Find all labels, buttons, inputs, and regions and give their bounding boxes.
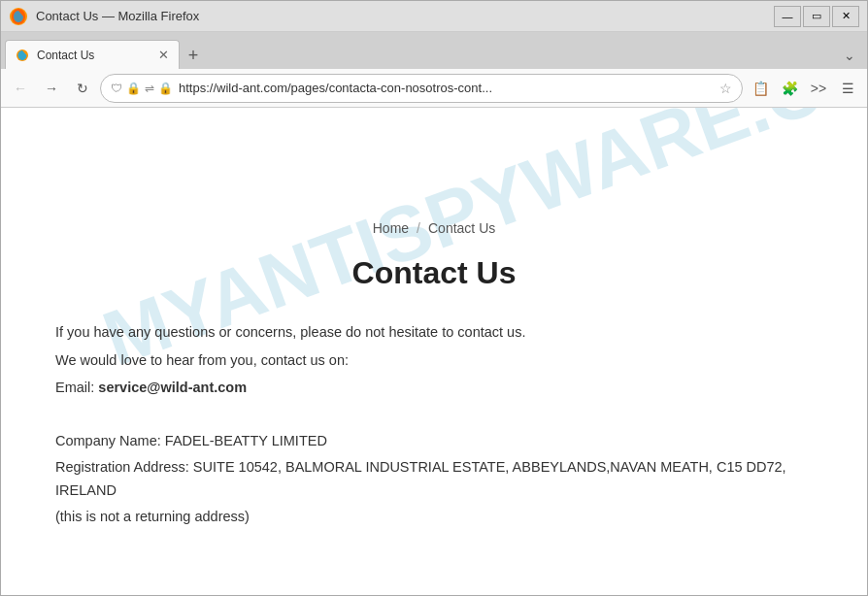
navigation-bar: ← → ↻ 🛡 🔒 ⇌ 🔒 ☆ 📋 🧩 >> ☰ [1, 69, 867, 108]
verified-icon: 🔒 [158, 82, 173, 95]
page-title: Contact Us [55, 255, 813, 291]
back-button[interactable]: ← [7, 75, 34, 102]
pocket-button[interactable]: 📋 [747, 75, 774, 102]
registration-address: Registration Address: SUITE 10542, BALMO… [55, 455, 813, 503]
email-label: Email: [55, 380, 98, 395]
extensions-button[interactable]: 🧩 [776, 75, 803, 102]
email-line: Email: service@wild-ant.com [55, 376, 813, 400]
breadcrumb: Home / Contact Us [55, 220, 813, 236]
shield-icon: 🛡 [111, 82, 122, 95]
title-bar: Contact Us — Mozilla Firefox — ▭ ✕ [1, 1, 867, 32]
menu-button[interactable]: ☰ [834, 75, 861, 102]
address-bar-security-icons: 🛡 🔒 ⇌ 🔒 [111, 82, 173, 95]
firefox-logo-icon [9, 7, 28, 26]
url-input[interactable] [179, 81, 714, 95]
company-info: Company Name: FADEL-BEATTY LIMITED Regis… [55, 429, 813, 529]
minimize-button[interactable]: — [774, 6, 801, 27]
nav-right-controls: 📋 🧩 >> ☰ [747, 75, 861, 102]
company-name: Company Name: FADEL-BEATTY LIMITED [55, 429, 813, 453]
new-tab-button[interactable]: + [180, 42, 207, 69]
intro-line2: We would love to hear from you, contact … [55, 348, 813, 373]
contact-body: If you have any questions or concerns, p… [55, 320, 813, 400]
window-controls: — ▭ ✕ [774, 6, 859, 27]
return-address-note: (this is not a returning address) [55, 505, 813, 529]
close-button[interactable]: ✕ [832, 6, 859, 27]
intro-line1: If you have any questions or concerns, p… [55, 320, 813, 345]
breadcrumb-separator: / [417, 220, 420, 236]
reload-button[interactable]: ↻ [69, 75, 96, 102]
maximize-button[interactable]: ▭ [803, 6, 830, 27]
tab-bar: Contact Us ✕ + ⌄ [1, 32, 867, 69]
email-address: service@wild-ant.com [98, 380, 247, 395]
address-bar[interactable]: 🛡 🔒 ⇌ 🔒 ☆ [100, 74, 743, 103]
tab-close-icon[interactable]: ✕ [158, 48, 169, 62]
breadcrumb-current: Contact Us [428, 220, 495, 236]
window-title: Contact Us — Mozilla Firefox [36, 9, 199, 23]
tab-favicon-icon [16, 49, 29, 62]
connection-icon: ⇌ [145, 82, 154, 95]
overflow-button[interactable]: >> [805, 75, 832, 102]
bookmark-star-icon[interactable]: ☆ [719, 81, 732, 96]
tab-title: Contact Us [37, 49, 94, 62]
tab-menu-button[interactable]: ⌄ [836, 42, 863, 69]
lock-icon: 🔒 [126, 82, 141, 95]
breadcrumb-home-link[interactable]: Home [373, 220, 409, 236]
active-tab[interactable]: Contact Us ✕ [5, 40, 180, 69]
forward-button[interactable]: → [38, 75, 65, 102]
page-content: MYANTISPYWARE.COM Home / Contact Us Cont… [1, 108, 867, 595]
